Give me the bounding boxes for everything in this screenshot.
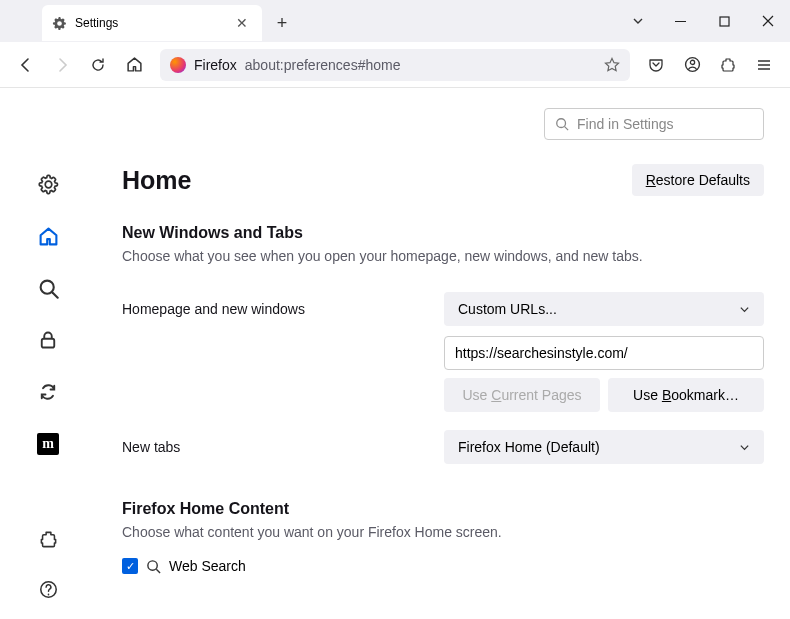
svg-point-11 [557, 119, 566, 128]
close-tab-icon[interactable]: ✕ [232, 13, 252, 33]
chevron-down-icon [739, 304, 750, 315]
forward-button [46, 49, 78, 81]
browser-tab[interactable]: Settings ✕ [42, 5, 262, 41]
sidebar-privacy[interactable] [30, 322, 66, 358]
chevron-down-icon [739, 442, 750, 453]
use-bookmark-button[interactable]: Use Bookmark… [608, 378, 764, 412]
bookmark-star-icon[interactable] [604, 57, 620, 73]
extensions-button[interactable] [712, 49, 744, 81]
page-title: Home Restore Defaults [122, 164, 764, 196]
newtabs-label: New tabs [122, 439, 444, 455]
sidebar-general[interactable] [30, 166, 66, 202]
sidebar-search[interactable] [30, 270, 66, 306]
sidebar-more-from-mozilla[interactable]: m [30, 426, 66, 462]
tab-title: Settings [75, 16, 118, 30]
reload-button[interactable] [82, 49, 114, 81]
newtabs-select[interactable]: Firefox Home (Default) [444, 430, 764, 464]
find-in-settings-input[interactable]: Find in Settings [544, 108, 764, 140]
homepage-select[interactable]: Custom URLs... [444, 292, 764, 326]
gear-icon [52, 16, 67, 31]
pocket-button[interactable] [640, 49, 672, 81]
restore-defaults-button[interactable]: Restore Defaults [632, 164, 764, 196]
homepage-label: Homepage and new windows [122, 301, 444, 317]
minimize-button[interactable] [658, 0, 702, 42]
home-button[interactable] [118, 49, 150, 81]
sidebar-sync[interactable] [30, 374, 66, 410]
account-button[interactable] [676, 49, 708, 81]
section-heading-home-content: Firefox Home Content [122, 500, 764, 518]
search-icon [146, 559, 161, 574]
close-window-button[interactable] [746, 0, 790, 42]
url-brand: Firefox [194, 57, 237, 73]
svg-rect-1 [720, 17, 729, 26]
svg-point-3 [690, 60, 694, 64]
homepage-url-input[interactable] [444, 336, 764, 370]
address-bar[interactable]: Firefox about:preferences#home [160, 49, 630, 81]
web-search-label: Web Search [169, 558, 246, 574]
new-tab-button[interactable]: + [268, 9, 296, 37]
svg-line-8 [52, 292, 57, 297]
url-value: about:preferences#home [245, 57, 401, 73]
section-desc-home-content: Choose what content you want on your Fir… [122, 524, 764, 540]
section-heading-windows-tabs: New Windows and Tabs [122, 224, 764, 242]
web-search-checkbox[interactable]: ✓ [122, 558, 138, 574]
svg-rect-9 [42, 339, 55, 348]
search-icon [555, 117, 569, 131]
back-button[interactable] [10, 49, 42, 81]
sidebar-home[interactable] [30, 218, 66, 254]
sidebar-extensions[interactable] [30, 521, 66, 557]
firefox-logo-icon [170, 57, 186, 73]
use-current-pages-button: Use Current Pages [444, 378, 600, 412]
find-placeholder: Find in Settings [577, 116, 674, 132]
app-menu-button[interactable] [748, 49, 780, 81]
svg-line-12 [565, 127, 569, 131]
section-desc-windows-tabs: Choose what you see when you open your h… [122, 248, 764, 264]
tab-list-chevron[interactable] [618, 0, 658, 42]
svg-point-13 [148, 560, 157, 569]
svg-line-14 [156, 569, 160, 573]
mozilla-icon: m [37, 433, 59, 455]
maximize-button[interactable] [702, 0, 746, 42]
sidebar-help[interactable] [30, 571, 66, 607]
